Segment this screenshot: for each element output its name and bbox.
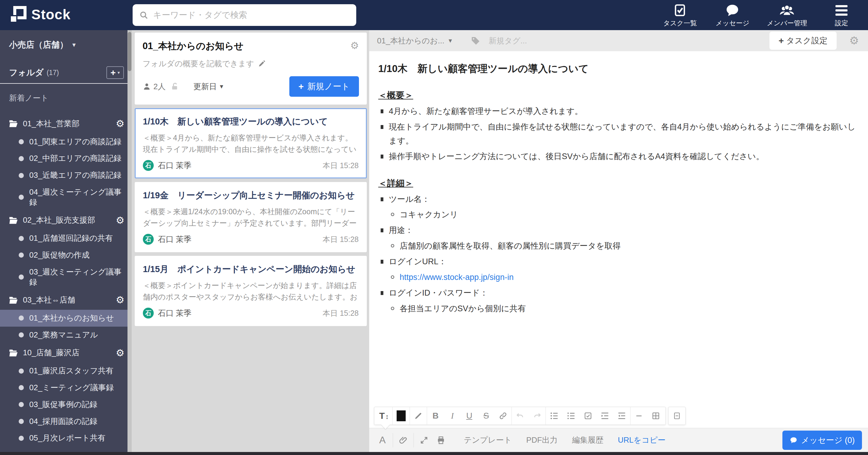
note-title: 1/10木 新しい顧客管理ツールの導入について [378, 62, 857, 76]
note-list-item-selected[interactable]: 1/10木 新しい顧客管理ツールの導入について ＜概要＞4月から、新たな顧客管理… [135, 108, 367, 178]
folder-select-dropdown[interactable]: 01_本社からのお... [377, 36, 452, 46]
gear-icon[interactable] [849, 34, 859, 47]
note-list-item[interactable]: 1/19金 リーダーシップ向上セミナー開催のお知らせ ＜概要＞来週1/24水の1… [135, 182, 367, 252]
new-tag-input[interactable] [489, 36, 579, 45]
workspace-selector[interactable]: 小売店（店舗） [0, 30, 132, 51]
sidebar-note[interactable]: 02_販促物の作成 [0, 247, 132, 264]
nav-members[interactable]: メンバー管理 [767, 2, 807, 28]
sidebar-note[interactable]: 03_近畿エリアの商談記録 [0, 167, 132, 184]
sidebar-note[interactable]: 02_ミーティング議事録 [0, 379, 132, 396]
sidebar-note[interactable]: 01_関東エリアの商談記録 [0, 133, 132, 150]
bold-button[interactable] [427, 407, 444, 425]
checkbox-list-button[interactable] [580, 407, 596, 425]
sidebar-note[interactable]: 05_月次レポート共有 [0, 430, 132, 447]
sidebar-note[interactable]: 03_販促事例の記録 [0, 396, 132, 413]
sub-bullet-icon [391, 244, 394, 248]
folder-open-icon [9, 120, 18, 127]
search-input[interactable] [153, 10, 350, 20]
strikethrough-button[interactable] [478, 407, 495, 425]
gear-icon[interactable] [116, 450, 124, 452]
table-button[interactable] [647, 407, 664, 425]
plus-icon [110, 67, 116, 78]
add-folder-button[interactable] [106, 66, 124, 79]
note-dot-icon [19, 156, 24, 161]
link-button[interactable] [495, 407, 512, 425]
italic-button[interactable] [444, 407, 461, 425]
sidebar-note[interactable]: 01_店舗巡回記録の共有 [0, 230, 132, 247]
stock-app-window: Stock タスク一覧 メッセージ [0, 0, 868, 455]
folder-open-icon [9, 296, 18, 304]
app-logo-text: Stock [31, 6, 70, 23]
nav-task-list[interactable]: タスク一覧 [662, 2, 698, 28]
note-list-column: 01_本社からのお知らせ フォルダの概要を記載できます 2人 更新日 [132, 30, 369, 455]
sidebar-item-new-notes[interactable]: 新着ノート [0, 84, 132, 103]
highlighter-button[interactable] [410, 407, 427, 425]
sidebar-scrollbar[interactable] [127, 30, 132, 452]
numbered-list-button[interactable] [563, 407, 580, 425]
bold-icon [433, 411, 438, 421]
sidebar-note[interactable]: 03_週次ミーティング議事録 [0, 264, 132, 291]
sidebar-note[interactable]: 01_藤沢店スタッフ共有 [0, 362, 132, 379]
gear-icon[interactable] [116, 118, 124, 130]
sort-selector[interactable]: 更新日 [193, 82, 223, 92]
note-time: 本日 15:28 [322, 308, 359, 318]
note-author: 石口 茉季 [158, 160, 191, 171]
gear-icon[interactable] [350, 40, 359, 51]
sidebar-note-selected[interactable]: 01_本社からのお知らせ [0, 310, 132, 327]
gear-icon[interactable] [116, 214, 124, 227]
note-editor[interactable]: 1/10木 新しい顧客管理ツールの導入について ＜概要＞ 4月から、新たな顧客管… [369, 51, 868, 428]
fullscreen-button[interactable] [415, 432, 433, 449]
sidebar-note[interactable]: 02_中部エリアの商談記録 [0, 150, 132, 167]
note-dot-icon [19, 236, 24, 241]
plus-icon [778, 36, 784, 46]
unlock-icon [170, 82, 179, 91]
horizontal-rule-button[interactable] [630, 407, 647, 425]
copy-url-button[interactable]: URLをコピー [618, 435, 665, 445]
details-list: ツール名： コキャクカンリ 用途： 店舗別の顧客属性を取得、顧客の属性別に購買デ… [378, 193, 857, 316]
scrollbar-thumb[interactable] [128, 32, 131, 71]
folder-description[interactable]: フォルダの概要を記載できます [143, 59, 359, 69]
stock-logo-icon [10, 6, 27, 23]
text-size-button[interactable] [375, 407, 393, 425]
top-nav-items: タスク一覧 メッセージ メンバー管理 設定 [662, 2, 860, 28]
chevron-down-icon [118, 70, 120, 75]
underline-button[interactable] [461, 407, 478, 425]
global-search[interactable] [133, 4, 356, 26]
text-color-button[interactable] [393, 407, 410, 425]
new-note-button[interactable]: 新規ノート [289, 76, 359, 97]
sidebar-folder[interactable]: 02_本社_販売支援部 [0, 211, 132, 230]
chevron-down-icon [72, 41, 76, 49]
redo-button[interactable] [529, 407, 546, 425]
sidebar-folder[interactable]: 03_本社⇔店舗 [0, 290, 132, 310]
login-url-link[interactable]: https://www.stock-app.jp/sign-in [400, 270, 857, 285]
sidebar-note[interactable]: 02_業務マニュアル [0, 327, 132, 344]
edit-history-button[interactable]: 編集履歴 [572, 435, 603, 445]
sidebar-note[interactable]: 04_採用面談の記録 [0, 413, 132, 430]
sidebar-folder[interactable]: 01_本社_営業部 [0, 114, 132, 133]
nav-settings[interactable]: 設定 [824, 2, 860, 28]
sidebar-folder[interactable]: 10_店舗_藤沢店 [0, 344, 132, 363]
pdf-export-button[interactable]: PDF出力 [526, 435, 558, 445]
gear-icon[interactable] [116, 294, 124, 306]
sidebar-note[interactable]: 04_週次ミーティング議事録 [0, 184, 132, 211]
collapse-box-button[interactable] [668, 407, 686, 425]
outdent-button[interactable] [613, 407, 630, 425]
app-logo[interactable]: Stock [10, 6, 70, 23]
task-settings-button[interactable]: タスク設定 [770, 32, 836, 50]
member-count[interactable]: 2人 [143, 82, 165, 92]
template-button[interactable]: テンプレート [464, 435, 512, 445]
gear-icon[interactable] [116, 347, 124, 359]
note-list-item[interactable]: 1/15月 ポイントカードキャンペーン開始のお知らせ ＜概要＞ポイントカードキャ… [135, 256, 367, 326]
bulleted-list-button[interactable] [546, 407, 563, 425]
undo-button[interactable] [512, 407, 529, 425]
plus-icon [299, 82, 304, 92]
font-button[interactable] [374, 432, 391, 449]
attachment-button[interactable] [395, 432, 412, 449]
indent-button[interactable] [596, 407, 613, 425]
sidebar-folder[interactable]: 11_店舗_川崎店 [0, 447, 132, 452]
note-toolbar: 01_本社からのお... タスク設定 [369, 30, 868, 51]
toolbar-pointer [381, 425, 390, 429]
print-button[interactable] [433, 432, 450, 449]
message-button[interactable]: メッセージ (0) [782, 431, 862, 450]
nav-messages[interactable]: メッセージ [714, 2, 750, 28]
